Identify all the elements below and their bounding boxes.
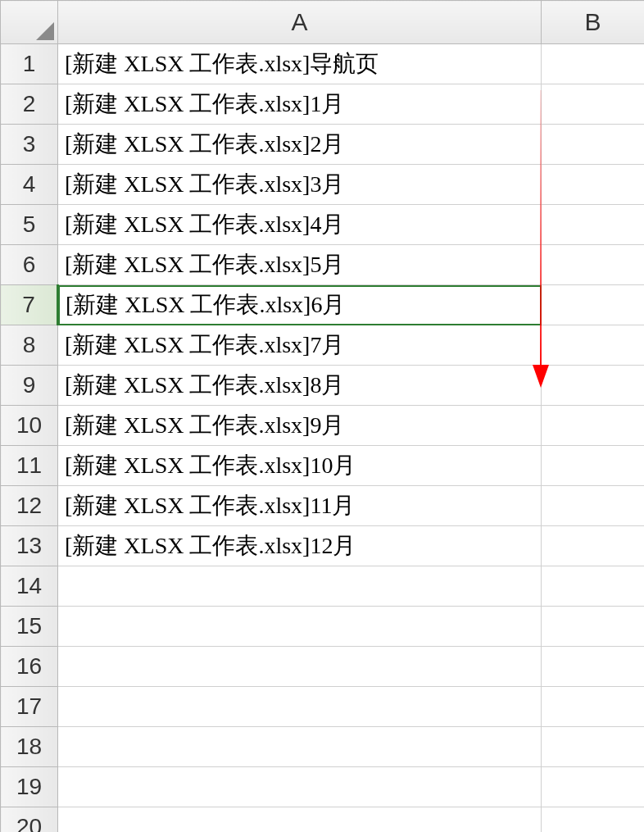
- cell[interactable]: [58, 687, 542, 727]
- row-header[interactable]: 4: [1, 165, 58, 205]
- cell[interactable]: [542, 446, 645, 486]
- cell[interactable]: [542, 767, 645, 807]
- cell[interactable]: [542, 406, 645, 446]
- column-header-A[interactable]: A: [58, 1, 542, 44]
- cell[interactable]: [新建 XLSX 工作表.xlsx]导航页: [58, 44, 542, 84]
- grid: A B 1[新建 XLSX 工作表.xlsx]导航页2[新建 XLSX 工作表.…: [0, 0, 644, 832]
- row-header[interactable]: 6: [1, 245, 58, 285]
- cell[interactable]: [58, 767, 542, 807]
- cell[interactable]: [新建 XLSX 工作表.xlsx]11月: [58, 486, 542, 526]
- cell[interactable]: [542, 566, 645, 607]
- cell[interactable]: [542, 44, 645, 84]
- cell[interactable]: [58, 727, 542, 767]
- cell[interactable]: [542, 366, 645, 406]
- cell[interactable]: [542, 205, 645, 245]
- cell[interactable]: [542, 607, 645, 647]
- row-header[interactable]: 16: [1, 647, 58, 687]
- row-header[interactable]: 17: [1, 687, 58, 727]
- row-header[interactable]: 12: [1, 486, 58, 526]
- cell[interactable]: [新建 XLSX 工作表.xlsx]1月: [58, 84, 542, 125]
- cell[interactable]: [542, 125, 645, 165]
- cell[interactable]: [新建 XLSX 工作表.xlsx]7月: [58, 325, 542, 366]
- cell[interactable]: [542, 526, 645, 566]
- select-all-corner[interactable]: [1, 1, 58, 44]
- cell[interactable]: [新建 XLSX 工作表.xlsx]9月: [58, 406, 542, 446]
- row-header[interactable]: 3: [1, 125, 58, 165]
- cell[interactable]: [新建 XLSX 工作表.xlsx]5月: [58, 245, 542, 285]
- row-header[interactable]: 10: [1, 406, 58, 446]
- cell[interactable]: [新建 XLSX 工作表.xlsx]10月: [58, 446, 542, 486]
- row-header[interactable]: 5: [1, 205, 58, 245]
- row-header[interactable]: 18: [1, 727, 58, 767]
- cell[interactable]: [542, 285, 645, 325]
- cell[interactable]: [542, 647, 645, 687]
- cell[interactable]: [542, 84, 645, 125]
- row-header[interactable]: 7: [1, 285, 58, 325]
- row-header[interactable]: 20: [1, 807, 58, 833]
- row-header[interactable]: 8: [1, 325, 58, 366]
- row-header[interactable]: 13: [1, 526, 58, 566]
- cell[interactable]: [新建 XLSX 工作表.xlsx]8月: [58, 366, 542, 406]
- row-header[interactable]: 11: [1, 446, 58, 486]
- cell[interactable]: [58, 607, 542, 647]
- cell[interactable]: [新建 XLSX 工作表.xlsx]3月: [58, 165, 542, 205]
- cell[interactable]: [542, 165, 645, 205]
- cell[interactable]: [新建 XLSX 工作表.xlsx]2月: [58, 125, 542, 165]
- cell[interactable]: [新建 XLSX 工作表.xlsx]6月: [58, 285, 542, 325]
- row-header[interactable]: 14: [1, 566, 58, 607]
- cell[interactable]: [58, 647, 542, 687]
- cell[interactable]: [新建 XLSX 工作表.xlsx]12月: [58, 526, 542, 566]
- cell[interactable]: [542, 687, 645, 727]
- row-header[interactable]: 19: [1, 767, 58, 807]
- cell[interactable]: [542, 807, 645, 833]
- spreadsheet: A B 1[新建 XLSX 工作表.xlsx]导航页2[新建 XLSX 工作表.…: [0, 0, 644, 832]
- cell[interactable]: [542, 727, 645, 767]
- cell[interactable]: [542, 245, 645, 285]
- column-header-B[interactable]: B: [542, 1, 645, 44]
- cell[interactable]: [58, 566, 542, 607]
- cell[interactable]: [542, 325, 645, 366]
- cell[interactable]: [58, 807, 542, 833]
- cell[interactable]: [新建 XLSX 工作表.xlsx]4月: [58, 205, 542, 245]
- row-header[interactable]: 2: [1, 84, 58, 125]
- row-header[interactable]: 9: [1, 366, 58, 406]
- row-header[interactable]: 1: [1, 44, 58, 84]
- cell[interactable]: [542, 486, 645, 526]
- row-header[interactable]: 15: [1, 607, 58, 647]
